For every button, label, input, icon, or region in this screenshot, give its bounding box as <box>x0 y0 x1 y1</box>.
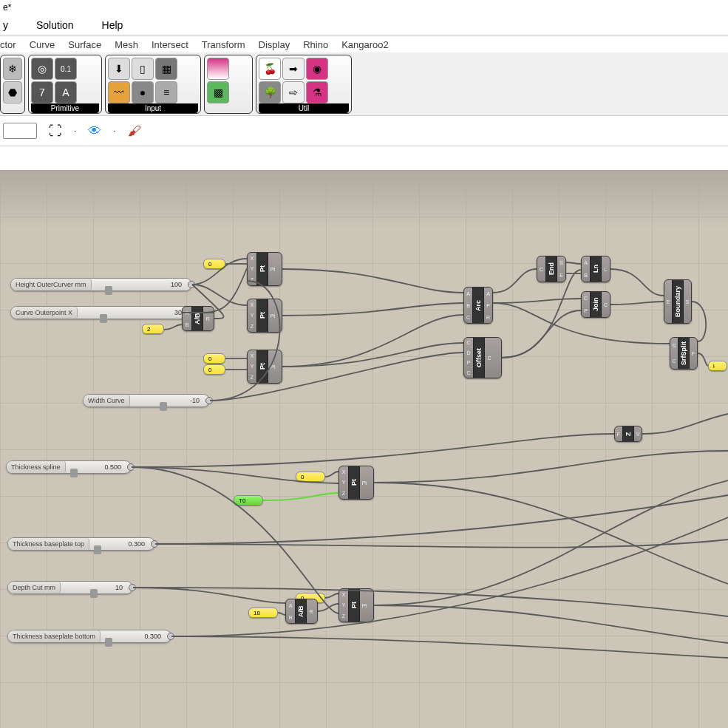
ribbon-group-input: Input <box>108 103 198 113</box>
menu-bar: y Solution Help <box>0 15 728 35</box>
ribbon: ❄ ⬣ ◎ 0.1 7 A Primitive ⬇ ▯ ▦ 〰 ● ≡ Inpu… <box>0 53 728 115</box>
component-join[interactable]: CP Join C <box>581 291 610 318</box>
panel-icon[interactable]: ▯ <box>132 58 154 80</box>
tree-icon[interactable]: 🌳 <box>259 81 281 103</box>
slider-icon[interactable]: 〰 <box>108 81 130 103</box>
checker-icon[interactable]: ▦ <box>155 58 177 80</box>
cherry-icon[interactable]: 🍒 <box>259 58 281 80</box>
menu-display[interactable]: y <box>0 16 11 34</box>
slider-thickness-base-top[interactable]: Thickness baseplate top 0.300 <box>7 537 155 551</box>
component-z[interactable]: F Z V <box>614 426 642 442</box>
ribbon-group-util: Util <box>259 103 349 113</box>
tab-vector[interactable]: ctor <box>0 39 16 50</box>
component-ln[interactable]: AB Ln L <box>581 256 610 282</box>
panel-const-0a[interactable]: 0 <box>203 259 225 269</box>
component-boundary[interactable]: E Boundary S <box>664 279 692 324</box>
menu-help[interactable]: Help <box>99 16 126 34</box>
panel-const-T0[interactable]: T0 <box>234 495 263 506</box>
gradient-icon[interactable] <box>207 58 229 80</box>
slider-thickness-spline[interactable]: Thickness spline 0.500 <box>6 460 132 474</box>
arrow-outline-icon[interactable]: ⇨ <box>282 81 305 103</box>
component-offset[interactable]: CDPC Offset C <box>463 337 502 378</box>
panel-const-i[interactable]: i <box>708 361 727 371</box>
tab-intersect[interactable]: Intersect <box>152 39 188 50</box>
bulb-icon[interactable]: ◉ <box>306 58 328 80</box>
geometry-icon[interactable]: ❄ <box>3 58 22 80</box>
pixel-icon[interactable]: ▩ <box>207 81 229 103</box>
target-icon[interactable]: ◎ <box>31 58 53 80</box>
tab-kangaroo[interactable]: Kangaroo2 <box>341 39 389 50</box>
component-divide-1[interactable]: AB A/B R <box>182 306 214 331</box>
slider-height-outer[interactable]: Height OuterCurver mm 100 <box>10 278 192 291</box>
menu-solution[interactable]: Solution <box>33 16 77 34</box>
arrow-right-icon[interactable]: ➡ <box>282 58 305 80</box>
zoom-dropdown[interactable] <box>3 123 37 139</box>
slider-depth-cut[interactable]: Depth Cut mm 10 <box>7 581 133 594</box>
panel-const-2[interactable]: 2 <box>142 324 164 334</box>
tab-rhino[interactable]: Rhino <box>303 39 328 50</box>
slider-curve-outerpoint[interactable]: Curve Outerpoint X 30 <box>10 306 192 319</box>
component-pt-3[interactable]: XYZ Pt Pt <box>247 350 282 384</box>
component-srfsplit[interactable]: SC SrfSplit F <box>670 337 698 370</box>
brush-icon[interactable]: 🖌 <box>125 121 144 140</box>
tab-bar: ctor Curve Surface Mesh Intersect Transf… <box>0 35 728 53</box>
focus-icon[interactable]: ⛶ <box>46 121 65 140</box>
panel-const-0d[interactable]: 0 <box>296 472 325 482</box>
component-end[interactable]: C End SE <box>537 256 566 282</box>
download-icon[interactable]: ⬇ <box>108 58 130 80</box>
secondary-toolbar: ⛶ · 👁 · 🖌 <box>0 115 728 146</box>
flask-icon[interactable]: ⚗ <box>306 81 328 103</box>
tab-surface[interactable]: Surface <box>68 39 101 50</box>
slider-width-curve[interactable]: Width Curve -10 <box>83 394 210 407</box>
text-icon[interactable]: A <box>55 81 77 103</box>
component-pt-5[interactable]: XYZ Pt Pt <box>339 588 374 622</box>
geometry-icon-2[interactable]: ⬣ <box>3 81 22 103</box>
component-divide-2[interactable]: AB A/B R <box>285 599 318 624</box>
panel-const-0c[interactable]: 0 <box>203 364 225 375</box>
ribbon-group-primitive: Primitive <box>31 103 99 113</box>
tab-mesh[interactable]: Mesh <box>115 39 138 50</box>
slider-thickness-base-bot[interactable]: Thickness baseplate bottom 0.300 <box>7 630 171 643</box>
panel-const-18[interactable]: 18 <box>248 608 278 618</box>
component-pt-1[interactable]: XYZ Pt Pt <box>247 252 282 286</box>
panel-const-0b[interactable]: 0 <box>203 353 225 364</box>
canvas[interactable]: Height OuterCurver mm 100 Curve Outerpoi… <box>0 170 728 728</box>
seven-icon[interactable]: 7 <box>31 81 53 103</box>
circle-icon[interactable]: ● <box>132 81 154 103</box>
tab-transform[interactable]: Transform <box>202 39 245 50</box>
list-icon[interactable]: ≡ <box>155 81 177 103</box>
component-arc[interactable]: ABC Arc APR <box>463 287 493 324</box>
tab-curve[interactable]: Curve <box>30 39 55 50</box>
component-pt-2[interactable]: XYZ Pt Pt <box>247 299 282 333</box>
window-title: e* <box>0 0 728 15</box>
tab-display[interactable]: Display <box>259 39 290 50</box>
eye-icon[interactable]: 👁 <box>85 121 104 140</box>
decimal-icon[interactable]: 0.1 <box>55 58 77 80</box>
component-pt-4[interactable]: XYZ Pt Pt <box>339 466 374 500</box>
